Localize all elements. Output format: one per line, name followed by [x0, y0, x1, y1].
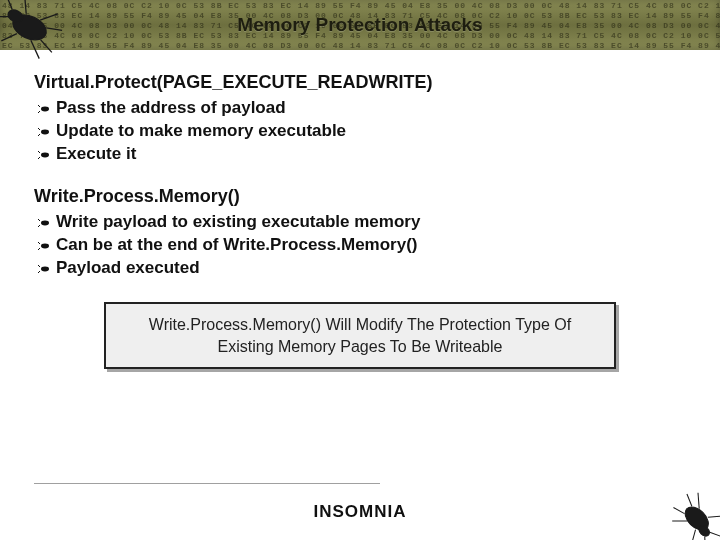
svg-line-33: [38, 242, 40, 244]
bullet-icon: [38, 122, 52, 142]
brand-label: INSOMNIA: [0, 502, 720, 522]
svg-line-13: [709, 528, 720, 540]
svg-line-27: [38, 151, 40, 153]
bullet-text: Pass the address of payload: [56, 98, 286, 117]
list-item: Update to make memory executable: [56, 120, 686, 143]
svg-line-24: [38, 128, 40, 130]
svg-line-31: [38, 225, 40, 227]
section-2: Write.Process.Memory() Write payload to …: [34, 186, 686, 280]
svg-line-7: [25, 40, 45, 58]
footer-divider: [34, 483, 380, 484]
svg-line-12: [697, 536, 712, 540]
bullet-text: Update to make memory executable: [56, 121, 346, 140]
svg-line-37: [38, 271, 40, 273]
svg-line-15: [708, 510, 720, 524]
bullet-icon: [38, 145, 52, 165]
bullet-list: Pass the address of payload Update to ma…: [34, 97, 686, 166]
bullet-text: Can be at the end of Write.Process.Memor…: [56, 235, 417, 254]
list-item: Payload executed: [56, 257, 686, 280]
svg-line-4: [18, 0, 32, 14]
svg-line-5: [1, 29, 17, 46]
svg-line-18: [673, 505, 684, 516]
svg-line-16: [672, 514, 687, 529]
callout-box: Write.Process.Memory() Will Modify The P…: [104, 302, 616, 369]
bullet-text: Payload executed: [56, 258, 200, 277]
list-item: Execute it: [56, 143, 686, 166]
svg-point-35: [41, 267, 49, 272]
bullet-icon: [38, 99, 52, 119]
svg-line-19: [683, 494, 695, 506]
bullet-text: Execute it: [56, 144, 136, 163]
svg-line-2: [0, 0, 18, 10]
cockroach-icon: [660, 483, 720, 540]
list-item: Write payload to existing executable mem…: [56, 211, 686, 234]
list-item: Pass the address of payload: [56, 97, 686, 120]
svg-line-22: [38, 111, 40, 113]
bullet-icon: [38, 236, 52, 256]
svg-line-34: [38, 248, 40, 250]
svg-point-26: [41, 153, 49, 158]
svg-line-9: [38, 40, 55, 52]
svg-point-29: [41, 221, 49, 226]
svg-line-25: [38, 134, 40, 136]
svg-line-36: [38, 265, 40, 267]
svg-line-14: [687, 530, 701, 540]
bullet-icon: [38, 259, 52, 279]
svg-line-3: [0, 10, 9, 24]
bullet-text: Write payload to existing executable mem…: [56, 212, 420, 231]
svg-line-21: [38, 105, 40, 107]
svg-point-32: [41, 244, 49, 249]
svg-line-8: [46, 24, 62, 34]
bullet-icon: [38, 213, 52, 233]
svg-point-20: [41, 107, 49, 112]
slide-title: Memory Protection Attacks: [237, 14, 482, 36]
section-1: Virtual.Protect(PAGE_EXECUTE_READWRITE) …: [34, 72, 686, 166]
slide-body: Virtual.Protect(PAGE_EXECUTE_READWRITE) …: [0, 50, 720, 369]
section-heading: Write.Process.Memory(): [34, 186, 686, 207]
section-heading: Virtual.Protect(PAGE_EXECUTE_READWRITE): [34, 72, 686, 93]
svg-line-28: [38, 157, 40, 159]
bullet-list: Write payload to existing executable mem…: [34, 211, 686, 280]
svg-point-23: [41, 130, 49, 135]
svg-line-17: [691, 493, 707, 509]
list-item: Can be at the end of Write.Process.Memor…: [56, 234, 686, 257]
title-banner: 48 14 83 71 C5 4C 08 0C C2 10 0C 53 8B E…: [0, 0, 720, 50]
svg-line-30: [38, 219, 40, 221]
